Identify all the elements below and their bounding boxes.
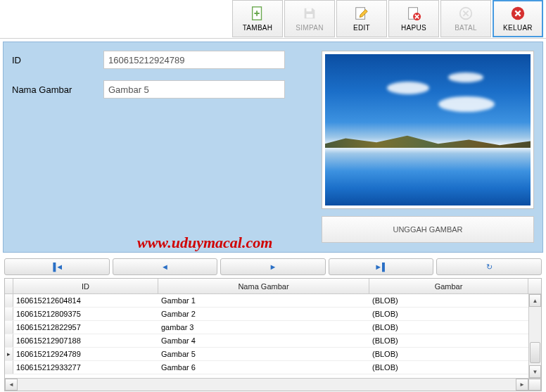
app-window: TAMBAH SIMPAN EDIT HAPUS BATAL KELUAR ID <box>0 0 546 392</box>
edit-label: EDIT <box>353 24 370 32</box>
cell-id: 160615212933277 <box>13 363 158 372</box>
cell-gambar: (BLOB) <box>369 323 541 331</box>
refresh-icon: ↻ <box>486 263 493 272</box>
next-icon: ► <box>269 263 277 271</box>
horizontal-scrollbar[interactable]: ◄ ► <box>5 378 541 391</box>
table-row[interactable]: 160615212822957gambar 3(BLOB) <box>5 321 541 334</box>
grid-header: ID Nama Gambar Gambar <box>5 279 541 294</box>
record-navigator: ▐◄ ◄ ► ►▌ ↻ <box>0 258 546 275</box>
id-input[interactable] <box>103 51 285 69</box>
scroll-track[interactable] <box>529 307 541 365</box>
hapus-button[interactable]: HAPUS <box>388 0 439 37</box>
cell-nama: Gambar 6 <box>158 363 369 372</box>
grid-header-nama[interactable]: Nama Gambar <box>158 279 369 293</box>
table-row[interactable]: 160615212809375Gambar 2(BLOB) <box>5 308 541 321</box>
table-row[interactable]: 160615212933277Gambar 6(BLOB) <box>5 361 541 374</box>
hapus-label: HAPUS <box>401 24 426 32</box>
cell-nama: gambar 3 <box>158 323 369 331</box>
table-row[interactable]: ▸160615212924789Gambar 5(BLOB) <box>5 348 541 361</box>
save-icon <box>302 6 317 21</box>
grid-body: 160615212604814Gambar 1(BLOB)16061521280… <box>5 294 541 378</box>
cell-id: 160615212809375 <box>13 310 158 318</box>
edit-button[interactable]: EDIT <box>336 0 387 37</box>
add-icon <box>250 6 265 21</box>
cell-id: 160615212604814 <box>13 296 158 305</box>
cell-nama: Gambar 5 <box>158 350 369 358</box>
row-indicator <box>5 334 13 347</box>
last-icon: ►▌ <box>374 263 388 271</box>
row-indicator <box>5 361 13 374</box>
svg-rect-1 <box>306 8 311 12</box>
upload-label: UNGGAH GAMBAR <box>393 225 462 234</box>
scroll-corner <box>528 379 541 391</box>
nav-refresh-button[interactable]: ↻ <box>436 258 542 275</box>
cell-id: 160615212822957 <box>13 323 158 331</box>
cell-nama: Gambar 2 <box>158 310 369 318</box>
scroll-right-button[interactable]: ► <box>516 379 528 391</box>
scroll-left-button[interactable]: ◄ <box>5 379 18 391</box>
table-row[interactable]: 160615212604814Gambar 1(BLOB) <box>5 294 541 308</box>
svg-rect-2 <box>306 14 312 18</box>
image-preview <box>325 54 531 206</box>
row-indicator: ▸ <box>5 348 13 360</box>
nama-input[interactable] <box>103 80 285 99</box>
cell-id: 160615212924789 <box>13 350 158 358</box>
image-column: UNGGAH GAMBAR <box>322 51 534 244</box>
cell-nama: Gambar 1 <box>158 296 369 305</box>
tambah-button[interactable]: TAMBAH <box>232 0 283 37</box>
image-preview-box <box>322 51 534 209</box>
hscroll-track[interactable] <box>18 379 516 391</box>
tambah-label: TAMBAH <box>243 24 273 32</box>
cell-gambar: (BLOB) <box>369 350 541 358</box>
keluar-button[interactable]: KELUAR <box>493 0 543 37</box>
cell-nama: Gambar 4 <box>158 336 369 345</box>
cell-gambar: (BLOB) <box>369 296 541 305</box>
row-indicator <box>5 294 13 307</box>
row-indicator <box>5 321 13 334</box>
nav-first-button[interactable]: ▐◄ <box>4 258 110 275</box>
scroll-thumb[interactable] <box>530 342 540 363</box>
nav-next-button[interactable]: ► <box>220 258 326 275</box>
upload-button[interactable]: UNGGAH GAMBAR <box>322 216 534 243</box>
grid-indicator-header <box>5 279 13 293</box>
vertical-scrollbar[interactable]: ▲ ▼ <box>528 294 541 378</box>
row-indicator <box>5 308 13 320</box>
simpan-label: SIMPAN <box>296 24 323 32</box>
grid-header-gambar[interactable]: Gambar <box>369 279 528 293</box>
scroll-up-button[interactable]: ▲ <box>529 294 541 307</box>
table-row[interactable]: 160615212907188Gambar 4(BLOB) <box>5 334 541 348</box>
batal-button[interactable]: BATAL <box>440 0 491 37</box>
nav-prev-button[interactable]: ◄ <box>113 258 218 275</box>
keluar-label: KELUAR <box>503 24 533 32</box>
grid-header-id[interactable]: ID <box>13 279 158 293</box>
grid-header-scroll-spacer <box>528 279 541 293</box>
data-grid: ID Nama Gambar Gambar 160615212604814Gam… <box>4 278 542 391</box>
form-fields: ID Nama Gambar <box>12 51 322 244</box>
nama-label: Nama Gambar <box>12 84 103 95</box>
cancel-icon <box>458 6 474 21</box>
cell-gambar: (BLOB) <box>369 336 541 345</box>
prev-icon: ◄ <box>161 263 169 271</box>
main-toolbar: TAMBAH SIMPAN EDIT HAPUS BATAL KELUAR <box>0 0 546 39</box>
batal-label: BATAL <box>455 24 477 32</box>
form-panel: ID Nama Gambar UNGGAH GAMBAR www.uduymac… <box>3 42 543 253</box>
watermark-text: www.uduymacal.com <box>137 234 272 252</box>
scroll-down-button[interactable]: ▼ <box>529 365 541 378</box>
first-icon: ▐◄ <box>50 263 63 271</box>
delete-icon <box>406 6 421 21</box>
id-label: ID <box>12 55 103 65</box>
close-icon <box>510 6 526 21</box>
simpan-button[interactable]: SIMPAN <box>284 0 335 37</box>
cell-gambar: (BLOB) <box>369 363 541 372</box>
cell-gambar: (BLOB) <box>369 310 541 318</box>
nav-last-button[interactable]: ►▌ <box>329 258 434 275</box>
edit-icon <box>354 6 369 21</box>
cell-id: 160615212907188 <box>13 336 158 345</box>
